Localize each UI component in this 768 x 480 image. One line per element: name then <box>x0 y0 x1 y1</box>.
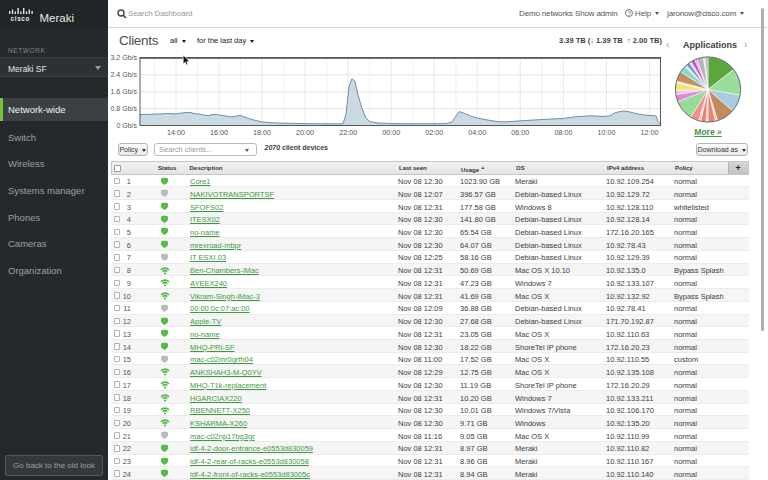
svg-text:00:00: 00:00 <box>382 128 400 137</box>
svg-text:18:00: 18:00 <box>253 128 271 137</box>
svg-text:06:00: 06:00 <box>511 128 529 137</box>
svg-text:16:00: 16:00 <box>210 128 228 137</box>
svg-text:2.4 Gb/s: 2.4 Gb/s <box>111 71 138 78</box>
svg-text:12:00: 12:00 <box>640 128 658 137</box>
svg-text:10:00: 10:00 <box>597 128 615 137</box>
svg-text:0 Gb/s: 0 Gb/s <box>116 122 137 129</box>
svg-text:3.2 Gb/s: 3.2 Gb/s <box>111 54 138 61</box>
svg-text:0.8 Gb/s: 0.8 Gb/s <box>111 105 138 112</box>
svg-text:22:00: 22:00 <box>339 128 357 137</box>
svg-text:02:00: 02:00 <box>425 128 443 137</box>
svg-text:1.6 Gb/s: 1.6 Gb/s <box>111 88 138 95</box>
svg-text:20:00: 20:00 <box>296 128 314 137</box>
svg-text:14:00: 14:00 <box>167 128 185 137</box>
svg-text:04:00: 04:00 <box>468 128 486 137</box>
svg-text:08:00: 08:00 <box>554 128 572 137</box>
